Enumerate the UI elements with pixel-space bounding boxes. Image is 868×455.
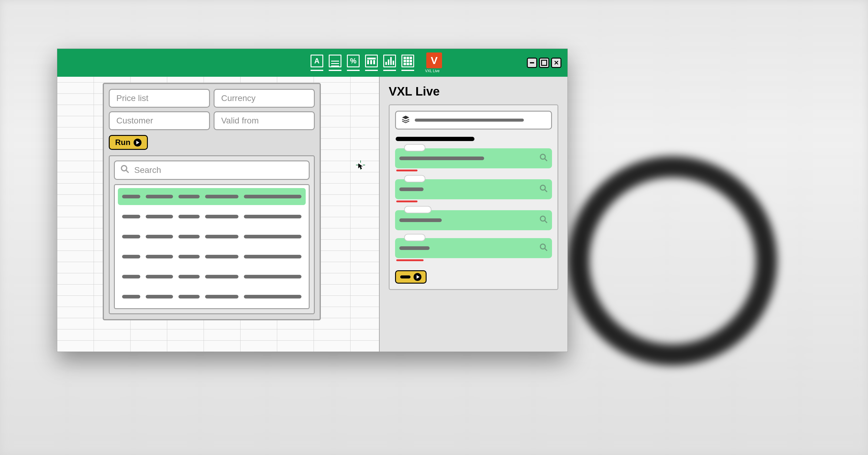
result-row[interactable] <box>118 268 306 285</box>
validation-error-indicator <box>396 200 417 202</box>
vxl-logo-caption: VXL Live <box>425 69 440 73</box>
svg-point-12 <box>540 244 545 249</box>
section-label <box>396 137 474 141</box>
run-button-label: Run <box>115 138 131 147</box>
parameter-field-3[interactable] <box>395 210 552 230</box>
search-icon[interactable] <box>539 153 548 164</box>
search-placeholder: Search <box>134 165 161 175</box>
toolbar-chart-button[interactable] <box>383 55 397 71</box>
table-layout-icon <box>365 55 378 67</box>
results-list <box>114 184 310 309</box>
query-panel: Price list Currency Customer Valid from … <box>103 83 321 320</box>
app-window: A % <box>57 49 568 352</box>
vxl-logo-icon: V <box>426 53 442 68</box>
toolbar-font-button[interactable]: A <box>310 55 324 71</box>
toolbar: A % <box>310 53 442 73</box>
svg-line-1 <box>126 170 129 173</box>
search-icon[interactable] <box>539 243 548 254</box>
result-row-selected[interactable] <box>118 188 306 205</box>
customer-field[interactable]: Customer <box>109 111 210 130</box>
go-button[interactable] <box>395 270 427 284</box>
spreadsheet-area[interactable]: Price list Currency Customer Valid from … <box>57 77 380 351</box>
grid-icon <box>401 55 414 67</box>
search-input[interactable]: Search <box>114 161 310 180</box>
toolbar-table-button[interactable] <box>365 55 378 71</box>
parameter-field-4[interactable] <box>395 238 552 258</box>
percent-icon: % <box>347 55 360 67</box>
svg-line-7 <box>545 158 547 161</box>
validation-error-indicator <box>396 259 424 261</box>
result-row[interactable] <box>118 208 306 225</box>
search-icon[interactable] <box>539 215 548 226</box>
svg-line-13 <box>545 248 547 251</box>
toolbar-percent-button[interactable]: % <box>346 55 360 71</box>
parameter-chip <box>404 144 425 151</box>
parameter-field-1[interactable] <box>395 148 552 168</box>
side-panel-title: VXL Live <box>389 85 558 98</box>
minimize-button[interactable] <box>527 58 537 68</box>
parameter-chip <box>404 234 425 241</box>
parameter-chip <box>404 175 425 182</box>
window-controls <box>527 58 561 68</box>
toolbar-grid-button[interactable] <box>401 55 415 71</box>
currency-field[interactable]: Currency <box>214 89 315 108</box>
validation-error-indicator <box>396 170 417 171</box>
chart-icon <box>383 55 396 67</box>
layers-icon <box>401 115 410 125</box>
dropdown-value-placeholder <box>415 119 524 122</box>
parameter-chip <box>404 206 431 213</box>
svg-line-9 <box>545 189 547 192</box>
titlebar: A % <box>57 49 567 77</box>
close-button[interactable] <box>551 58 561 68</box>
go-button-label <box>400 276 410 279</box>
search-icon[interactable] <box>539 184 548 195</box>
svg-point-10 <box>540 216 545 221</box>
search-icon <box>120 164 129 176</box>
result-row[interactable] <box>118 228 306 245</box>
side-panel: VXL Live <box>380 77 567 351</box>
align-icon <box>329 55 341 67</box>
results-box: Search <box>109 155 315 314</box>
price-list-field[interactable]: Price list <box>109 89 210 108</box>
result-row[interactable] <box>118 248 306 265</box>
result-row[interactable] <box>118 288 306 305</box>
svg-point-6 <box>540 154 545 159</box>
play-icon <box>134 139 142 146</box>
parameter-field-2[interactable] <box>395 179 552 199</box>
svg-point-8 <box>540 185 545 190</box>
side-panel-card <box>389 104 558 290</box>
font-icon: A <box>311 55 323 67</box>
toolbar-align-button[interactable] <box>328 55 342 71</box>
dataset-dropdown[interactable] <box>395 111 552 130</box>
run-button[interactable]: Run <box>109 135 148 150</box>
play-icon <box>413 273 422 281</box>
vxl-live-addin-button[interactable]: V VXL Live <box>423 53 442 73</box>
svg-line-11 <box>545 220 547 223</box>
svg-point-0 <box>122 166 127 171</box>
valid-from-field[interactable]: Valid from <box>214 111 315 130</box>
maximize-button[interactable] <box>539 58 549 68</box>
